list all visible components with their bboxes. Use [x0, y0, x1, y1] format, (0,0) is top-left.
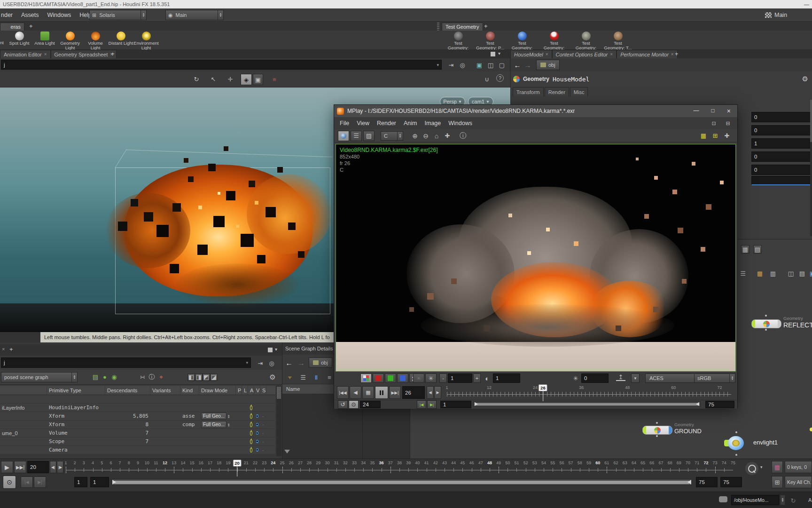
cell-l[interactable]: [242, 421, 248, 429]
cell-activate[interactable]: [248, 421, 254, 429]
node-render-flag[interactable]: [669, 426, 672, 434]
prim-star-icon[interactable]: ◉: [109, 373, 119, 382]
shelf-tool-light[interactable]: Environment Light: [133, 32, 159, 50]
mplay-menu-item[interactable]: View: [357, 120, 369, 127]
scene-graph-row[interactable]: Xform 8 comp Full Geo...▲▼ ·: [0, 421, 275, 429]
close-tab-icon[interactable]: ×: [610, 52, 613, 57]
pane-tab[interactable]: HouseModel ×: [510, 50, 552, 58]
play-to-end-button[interactable]: ▶▶|: [14, 461, 26, 473]
col-draw-mode[interactable]: Draw Mode: [199, 386, 236, 395]
prev-frame-button[interactable]: ◀: [427, 386, 434, 399]
cell-l[interactable]: [242, 437, 248, 445]
pixel-filter-icon[interactable]: ✳: [413, 373, 424, 383]
cell-p[interactable]: [236, 412, 242, 420]
shelf-divider-handle[interactable]: [437, 23, 439, 31]
spinner-icon[interactable]: ▲▼: [218, 10, 223, 20]
shelf-tool-light[interactable]: Spot Light: [7, 32, 32, 46]
mplay-frame-field[interactable]: 26: [402, 386, 425, 399]
keys-count-button[interactable]: 0 keys, 0: [785, 461, 812, 473]
clamp-toggle-icon[interactable]: ↥: [616, 373, 625, 381]
current-frame-marker[interactable]: 20: [233, 460, 242, 467]
chevron-down-icon[interactable]: ▾: [275, 347, 277, 352]
spinner-icon[interactable]: ▲▼: [141, 10, 146, 20]
help-icon[interactable]: ?: [496, 74, 504, 82]
red-channel-button[interactable]: [373, 373, 384, 383]
current-node-path-field[interactable]: /obj/HouseMo...: [731, 495, 779, 505]
cell-visibility[interactable]: [254, 429, 260, 437]
col-p[interactable]: P: [236, 386, 242, 395]
set-range-end-button[interactable]: ▶|: [427, 400, 437, 409]
cell-l[interactable]: [242, 446, 248, 454]
gear-icon[interactable]: ⚙: [268, 373, 277, 382]
back-icon[interactable]: ←: [284, 358, 294, 367]
scene-graph-row[interactable]: ume_0 Volume 7 ▲▼ ·: [0, 429, 275, 437]
spinner-icon[interactable]: ▲▼: [71, 373, 77, 382]
current-frame-field[interactable]: 20: [27, 461, 49, 473]
net-opt-icon-2[interactable]: ▤: [753, 245, 762, 254]
gain-field[interactable]: 1: [448, 373, 472, 383]
net-image-icon[interactable]: ▣: [808, 269, 812, 278]
list-view-icon[interactable]: ☰: [298, 373, 308, 382]
channel-select[interactable]: C ▲▼: [381, 131, 403, 141]
go-start-button[interactable]: |◀: [21, 476, 33, 488]
snapping-options-icon[interactable]: ∪: [482, 74, 492, 84]
realtime-toggle-button[interactable]: ⊙: [349, 400, 359, 409]
mplay-menu-item[interactable]: Windows: [448, 120, 472, 127]
node-output-dot[interactable]: [735, 454, 737, 456]
sync-icon[interactable]: ↻: [789, 496, 798, 505]
cell-l[interactable]: [242, 429, 248, 437]
col-v[interactable]: V: [254, 386, 260, 395]
node-display-flag[interactable]: [752, 320, 755, 328]
path-input[interactable]: j ▾: [1, 60, 442, 70]
mplay-window[interactable]: MPlay - I:/SIDEFX/HOUSERBD2/H18/CAMTASIA…: [334, 104, 738, 408]
col-variants[interactable]: Variants: [150, 386, 180, 395]
search-keyframes-icon[interactable]: [745, 462, 758, 475]
handles-tool-icon[interactable]: ◈: [241, 74, 252, 85]
snapshot-icon[interactable]: ◫: [486, 60, 495, 70]
play-forward-button[interactable]: ▶▶|: [389, 386, 401, 399]
display-opt-icon-1[interactable]: ◧: [187, 373, 195, 381]
add-pane-tab-button[interactable]: +: [111, 50, 115, 57]
range-end-field2[interactable]: 75: [720, 477, 742, 487]
parameter-value-field[interactable]: 0: [751, 151, 812, 162]
prev-frame-button[interactable]: ◀|: [50, 461, 56, 473]
net-orgchart-icon[interactable]: ◫: [786, 269, 796, 278]
tree-view-icon[interactable]: ⫟: [285, 373, 295, 382]
select-tool-icon[interactable]: ↖: [209, 74, 218, 84]
image-icon[interactable]: ▢: [497, 60, 507, 70]
col-name[interactable]: [0, 386, 47, 395]
minimize-window-icon[interactable]: —: [804, 1, 809, 7]
parameter-value-field[interactable]: 0: [751, 125, 812, 135]
cut-button-label[interactable]: A: [808, 497, 812, 503]
close-tab-icon[interactable]: ×: [671, 52, 674, 57]
view-mode-select[interactable]: posed scene graph ▲▼: [1, 372, 78, 382]
keyframe-colors-icon[interactable]: ▦: [772, 461, 783, 473]
follow-selection-icon[interactable]: ◎: [267, 358, 276, 368]
net-notes-icon[interactable]: ▤: [797, 269, 807, 278]
background-checker-icon[interactable]: ▦: [699, 131, 708, 141]
mplay-menu-item[interactable]: Image: [425, 120, 441, 127]
pane-tab[interactable]: Context Options Editor ×: [552, 50, 617, 58]
offset-field[interactable]: 0: [581, 373, 609, 383]
context-selector[interactable]: ⊞ Solaris ▲▼: [89, 10, 147, 20]
desktop-selector[interactable]: ◉ Main ▲▼: [165, 10, 224, 20]
chevron-down-icon[interactable]: ▾: [246, 360, 248, 365]
spinner-icon[interactable]: ▲▼: [227, 423, 230, 427]
gain-plus-button[interactable]: +: [473, 373, 481, 383]
scene-graph-row[interactable]: Scope 7 ▲▼ ·: [0, 437, 275, 446]
menu-item[interactable]: Assets: [21, 12, 39, 18]
close-tab-icon[interactable]: ×: [546, 52, 548, 57]
col-l[interactable]: L: [242, 386, 248, 395]
parameter-value-field[interactable]: 0: [751, 165, 812, 175]
net-palette-icon[interactable]: ▦: [755, 269, 765, 278]
pane-tab[interactable]: Performance Monitor ×: [617, 50, 678, 58]
add-shelf-tab-button[interactable]: +: [29, 23, 33, 30]
render-region-icon[interactable]: ■: [270, 74, 279, 84]
range-start-field[interactable]: 1: [74, 477, 87, 487]
net-table-icon[interactable]: ▥: [768, 269, 778, 278]
cell-visibility[interactable]: [254, 437, 260, 445]
maximize-window-icon[interactable]: □: [711, 107, 715, 115]
mplay-range-slider[interactable]: [473, 402, 701, 407]
cell-p[interactable]: [236, 446, 242, 454]
fps-field[interactable]: 24: [360, 401, 381, 408]
